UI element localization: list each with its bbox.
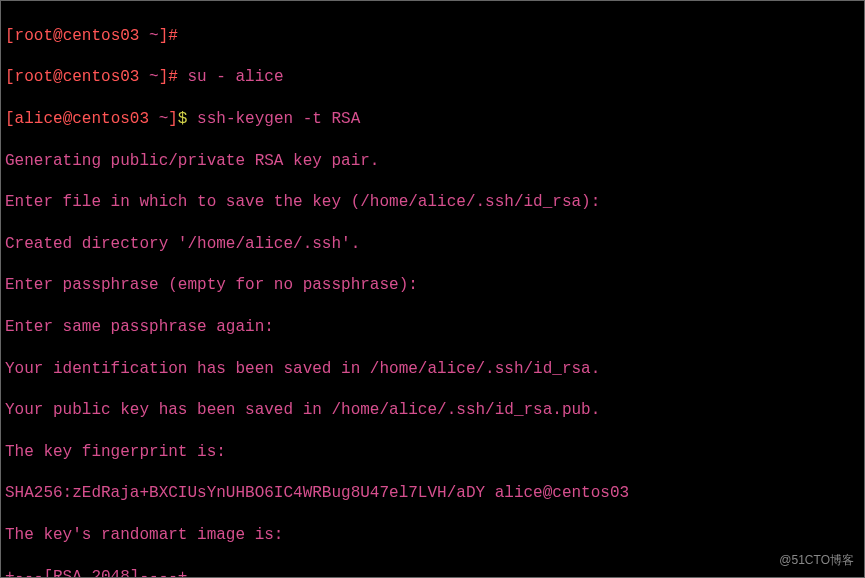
watermark: @51CTO博客 <box>779 553 854 569</box>
prompt-line-root-1: [root@centos03 ~]# <box>5 26 860 47</box>
user: root <box>15 68 53 86</box>
output-id-saved: Your identification has been saved in /h… <box>5 359 860 380</box>
output-randomart-label: The key's randomart image is: <box>5 525 860 546</box>
host: centos03 <box>63 68 140 86</box>
path: ~ <box>139 68 158 86</box>
output-enter-file: Enter file in which to save the key (/ho… <box>5 192 860 213</box>
bracket-close: ] <box>168 110 178 128</box>
host: centos03 <box>63 27 140 45</box>
output-enter-passphrase: Enter passphrase (empty for no passphras… <box>5 275 860 296</box>
bracket-close: ] <box>159 68 169 86</box>
user: root <box>15 27 53 45</box>
output-fingerprint: SHA256:zEdRaja+BXCIUsYnUHBO6IC4WRBug8U47… <box>5 483 860 504</box>
bracket-open: [ <box>5 110 15 128</box>
output-created-dir: Created directory '/home/alice/.ssh'. <box>5 234 860 255</box>
prompt-symbol: # <box>168 68 178 86</box>
bracket-open: [ <box>5 27 15 45</box>
output-generating: Generating public/private RSA key pair. <box>5 151 860 172</box>
at-sign: @ <box>53 27 63 45</box>
terminal-window[interactable]: [root@centos03 ~]# [root@centos03 ~]# su… <box>1 1 864 578</box>
path: ~ <box>139 27 158 45</box>
prompt-line-sshkeygen: [alice@centos03 ~]$ ssh-keygen -t RSA <box>5 109 860 130</box>
at-sign: @ <box>53 68 63 86</box>
command: ssh-keygen -t RSA <box>187 110 360 128</box>
output-enter-passphrase-again: Enter same passphrase again: <box>5 317 860 338</box>
user: alice <box>15 110 63 128</box>
output-fingerprint-label: The key fingerprint is: <box>5 442 860 463</box>
prompt-symbol: # <box>168 27 178 45</box>
output-pubkey-saved: Your public key has been saved in /home/… <box>5 400 860 421</box>
path: ~ <box>149 110 168 128</box>
bracket-close: ] <box>159 27 169 45</box>
randomart-line: +---[RSA 2048]----+ <box>5 567 860 578</box>
host: centos03 <box>72 110 149 128</box>
at-sign: @ <box>63 110 73 128</box>
bracket-open: [ <box>5 68 15 86</box>
prompt-line-su: [root@centos03 ~]# su - alice <box>5 67 860 88</box>
command: su - alice <box>178 68 284 86</box>
